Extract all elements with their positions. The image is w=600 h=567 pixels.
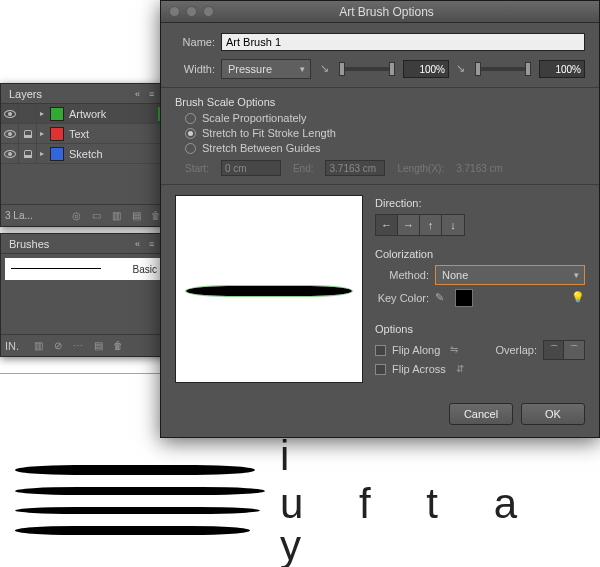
zoom-icon[interactable] (203, 6, 214, 17)
radio-scale-proportionately[interactable]: Scale Proportionately (185, 112, 585, 124)
flip-across-checkbox[interactable] (375, 364, 386, 375)
direction-top-to-bottom[interactable]: ↓ (442, 215, 464, 235)
panel-menu-icon[interactable]: ≡ (149, 90, 159, 98)
layer-row[interactable]: ▸Text (1, 124, 167, 144)
direction-buttons: ← → ↑ ↓ (375, 214, 465, 236)
layer-color-swatch (50, 147, 64, 161)
eye-icon (4, 150, 16, 158)
flip-along-label: Flip Along (392, 344, 440, 356)
direction-bottom-to-top[interactable]: ↑ (420, 215, 442, 235)
remove-stroke-icon[interactable]: ⊘ (51, 339, 65, 353)
layer-name[interactable]: Sketch (67, 148, 158, 160)
art-brush-options-dialog: Art Brush Options Name: Width: Pressure … (160, 0, 600, 438)
cancel-button[interactable]: Cancel (449, 403, 513, 425)
panel-menu-icon[interactable]: ≡ (149, 240, 159, 248)
new-layer-icon[interactable]: ▤ (129, 209, 143, 223)
direction-title: Direction: (375, 197, 585, 209)
radio-stretch-fit[interactable]: Stretch to Fit Stroke Length (185, 127, 585, 139)
layer-color-swatch (50, 107, 64, 121)
disclosure-icon[interactable]: ▸ (37, 129, 47, 138)
lock-toggle[interactable] (19, 144, 37, 163)
lock-icon (24, 150, 32, 158)
layers-panel-tab[interactable]: Layers «≡ (1, 84, 167, 104)
brush-preview (175, 195, 363, 383)
options-title: Options (375, 323, 585, 335)
layers-panel-title: Layers (9, 88, 42, 100)
name-label: Name: (175, 36, 215, 48)
flip-along-icon: ⇋ (450, 344, 466, 356)
visibility-toggle[interactable] (1, 124, 19, 143)
brush-name-input[interactable] (221, 33, 585, 51)
width-min-field[interactable]: 100% (403, 60, 449, 78)
disclosure-icon[interactable]: ▸ (37, 149, 47, 158)
visibility-toggle[interactable] (1, 144, 19, 163)
eye-icon (4, 130, 16, 138)
width-link-left-icon[interactable]: ↘ (317, 62, 331, 76)
flip-across-icon: ⇵ (456, 363, 472, 375)
minimize-icon[interactable] (186, 6, 197, 17)
direction-right-to-left[interactable]: → (398, 215, 420, 235)
layer-row[interactable]: ▸Sketch (1, 144, 167, 164)
close-icon[interactable] (169, 6, 180, 17)
width-link-right-icon[interactable]: ↘ (453, 62, 467, 76)
locate-object-icon[interactable]: ◎ (69, 209, 83, 223)
width-mode-dropdown[interactable]: Pressure (221, 59, 311, 79)
delete-brush-icon[interactable]: 🗑 (111, 339, 125, 353)
scale-section-title: Brush Scale Options (175, 96, 585, 108)
flip-along-checkbox[interactable] (375, 345, 386, 356)
keycolor-label: Key Color: (375, 292, 429, 304)
width-max-field[interactable]: 100% (539, 60, 585, 78)
disclosure-icon[interactable]: ▸ (37, 109, 47, 118)
background-brush-samples (15, 453, 265, 547)
layer-name[interactable]: Artwork (67, 108, 158, 120)
layers-panel: Layers «≡ ▸Artwork▸Text▸Sketch 3 La... ◎… (0, 83, 168, 227)
new-sublayer-icon[interactable]: ▥ (109, 209, 123, 223)
dialog-title: Art Brush Options (214, 5, 599, 19)
layer-row[interactable]: ▸Artwork (1, 104, 167, 124)
brushes-foot-label: IN. (5, 340, 19, 352)
overlap-join[interactable]: ⌒ (564, 341, 584, 359)
tips-icon[interactable]: 💡 (571, 291, 585, 305)
lock-toggle[interactable] (19, 104, 37, 123)
brushes-panel-tab[interactable]: Brushes «≡ (1, 234, 167, 254)
make-clip-icon[interactable]: ▭ (89, 209, 103, 223)
brush-options-icon[interactable]: ⋯ (71, 339, 85, 353)
layer-name[interactable]: Text (67, 128, 158, 140)
width-max-slider[interactable] (475, 67, 531, 71)
layers-count: 3 La... (5, 210, 33, 221)
method-label: Method: (375, 269, 429, 281)
layers-panel-footer: 3 La... ◎ ▭ ▥ ▤ 🗑 (1, 204, 167, 226)
length-value: 3.7163 cm (456, 163, 503, 174)
end-label: End: (293, 163, 314, 174)
collapse-icon[interactable]: « (135, 90, 145, 98)
overlap-none[interactable]: ⌒ (544, 341, 564, 359)
brushes-panel-footer: IN. ▥ ⊘ ⋯ ▤ 🗑 (1, 334, 167, 356)
brush-item-label: Basic (133, 264, 157, 275)
flip-across-label: Flip Across (392, 363, 446, 375)
collapse-icon[interactable]: « (135, 240, 145, 248)
eyedropper-icon[interactable]: ✎ (435, 291, 449, 305)
lock-icon (24, 130, 32, 138)
start-field: 0 cm (221, 160, 281, 176)
new-brush-icon[interactable]: ▤ (91, 339, 105, 353)
brush-item-basic[interactable]: Basic (5, 258, 163, 280)
width-min-slider[interactable] (339, 67, 395, 71)
eye-icon (4, 110, 16, 118)
dialog-titlebar[interactable]: Art Brush Options (161, 1, 599, 23)
lock-toggle[interactable] (19, 124, 37, 143)
length-label: Length(X): (397, 163, 444, 174)
ok-button[interactable]: OK (521, 403, 585, 425)
end-field: 3.7163 cm (325, 160, 385, 176)
library-menu-icon[interactable]: ▥ (31, 339, 45, 353)
brushes-panel-title: Brushes (9, 238, 49, 250)
key-color-swatch[interactable] (455, 289, 473, 307)
direction-left-to-right[interactable]: ← (376, 215, 398, 235)
colorization-method-dropdown[interactable]: None (435, 265, 585, 285)
overlap-label: Overlap: (495, 344, 537, 356)
start-label: Start: (185, 163, 209, 174)
colorization-title: Colorization (375, 248, 585, 260)
width-label: Width: (175, 63, 215, 75)
brushes-panel: Brushes «≡ Basic IN. ▥ ⊘ ⋯ ▤ 🗑 (0, 233, 168, 357)
radio-stretch-guides[interactable]: Stretch Between Guides (185, 142, 585, 154)
visibility-toggle[interactable] (1, 104, 19, 123)
